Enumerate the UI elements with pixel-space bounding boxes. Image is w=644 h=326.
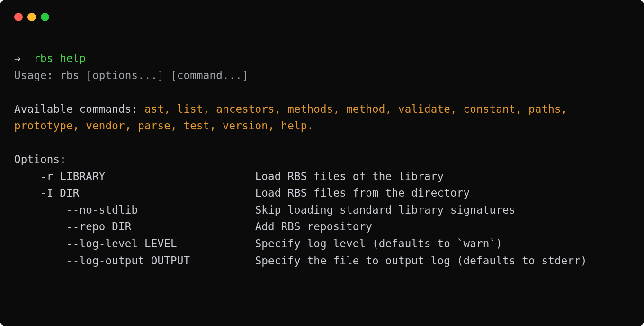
- option-desc: Load RBS files from the directory: [255, 187, 470, 199]
- option-flag: -I DIR: [14, 185, 255, 202]
- option-desc: Specify log level (defaults to `warn`): [255, 237, 502, 250]
- close-icon[interactable]: [14, 13, 23, 21]
- window-titlebar: [0, 0, 644, 25]
- command-text: rbs help: [34, 52, 86, 64]
- option-flag: --log-level LEVEL: [14, 235, 255, 253]
- available-commands-label: Available commands:: [14, 103, 144, 115]
- terminal-output[interactable]: → rbs help Usage: rbs [options...] [comm…: [0, 25, 644, 283]
- terminal-window: → rbs help Usage: rbs [options...] [comm…: [0, 0, 644, 326]
- option-flag: -r LIBRARY: [14, 168, 255, 185]
- option-desc: Specify the file to output log (defaults…: [255, 254, 587, 267]
- option-desc: Add RBS repository: [255, 220, 372, 233]
- maximize-icon[interactable]: [41, 13, 49, 21]
- option-desc: Load RBS files of the library: [255, 170, 444, 182]
- prompt-arrow-icon: →: [14, 52, 34, 64]
- option-flag: --repo DIR: [14, 218, 255, 235]
- option-flag: --log-output OUTPUT: [14, 253, 255, 270]
- minimize-icon[interactable]: [27, 13, 36, 21]
- option-desc: Skip loading standard library signatures: [255, 204, 516, 216]
- option-flag: --no-stdlib: [14, 202, 255, 219]
- usage-line: Usage: rbs [options...] [command...]: [14, 69, 249, 82]
- options-header: Options:: [14, 153, 66, 165]
